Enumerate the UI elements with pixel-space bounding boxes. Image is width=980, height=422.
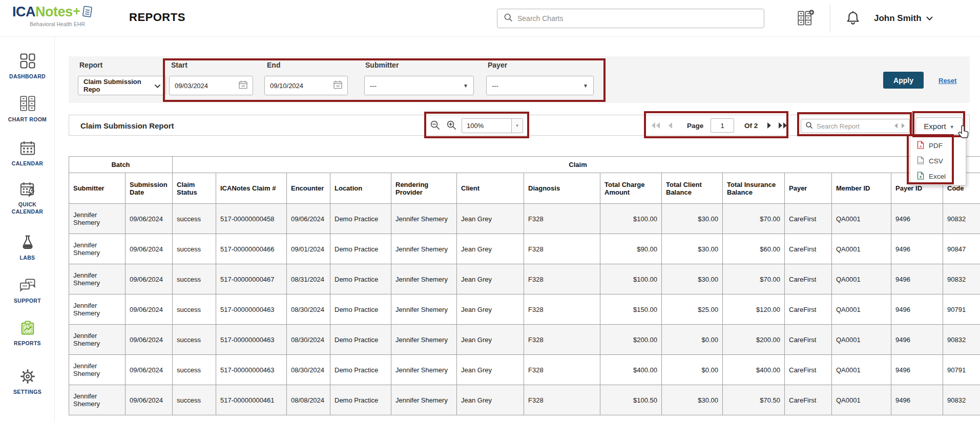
table-cell: Jean Grey — [457, 234, 524, 264]
table-cell: 517-00000000461 — [216, 385, 287, 415]
table-cell: QA0001 — [832, 234, 891, 264]
sidebar-item-calendar[interactable]: CALENDAR — [0, 140, 55, 167]
sidebar-item-quick-calendar[interactable]: QUICK CALENDAR — [0, 181, 55, 215]
table-cell: $0.00 — [662, 355, 723, 385]
search-prev-icon[interactable] — [894, 121, 898, 131]
export-menu-item-excel[interactable]: X Excel — [910, 168, 966, 184]
notifications-bell-icon[interactable] — [845, 10, 861, 28]
sidebar-label-reports: REPORTS — [0, 340, 55, 347]
table-cell: 08/30/2024 — [287, 325, 330, 355]
table-cell: Jennifer Shemery — [69, 234, 126, 264]
logo-tagline: Behavioral Health EHR — [12, 22, 94, 27]
svg-text:30: 30 — [241, 84, 245, 88]
export-menu-item-pdf[interactable]: A PDF — [910, 138, 966, 153]
calendar-picker-icon[interactable]: 30 — [333, 80, 342, 91]
svg-text:A: A — [920, 144, 922, 147]
calendar-picker-icon[interactable]: 30 — [239, 80, 247, 91]
table-cell: $30.00 — [662, 264, 723, 294]
reset-link[interactable]: Reset — [939, 77, 956, 85]
previous-page-icon[interactable] — [668, 122, 673, 131]
table-group-header-row: BatchClaim — [69, 157, 980, 173]
table-cell: $0.00 — [662, 325, 723, 355]
table-cell: 517-00000000467 — [216, 264, 287, 294]
sidebar-item-settings[interactable]: SETTINGS — [0, 369, 55, 395]
payer-select[interactable]: --- ▼ — [486, 76, 594, 95]
svg-text:30: 30 — [336, 84, 340, 88]
zoom-out-icon[interactable] — [430, 120, 441, 133]
table-cell: 517-00000000463 — [216, 355, 287, 385]
page-number-input[interactable] — [711, 118, 734, 133]
sidebar-item-labs[interactable]: LABS — [0, 235, 55, 261]
sidebar-item-chart-room[interactable]: CHART ROOM — [0, 95, 55, 123]
table-cell: success — [173, 355, 216, 385]
export-menu-item-csv[interactable]: csv CSV — [910, 153, 966, 168]
first-page-icon[interactable] — [651, 122, 660, 131]
gear-icon — [20, 377, 35, 386]
table-cell: Jennifer Shemery — [391, 294, 457, 325]
payer-select-value: --- — [492, 82, 498, 90]
table-cell: $100.50 — [600, 385, 662, 415]
dashboard-icon — [20, 61, 35, 70]
table-cell: F328 — [524, 385, 600, 415]
table-cell: $90.00 — [600, 234, 662, 264]
table-cell: Demo Practice — [330, 355, 391, 385]
export-button[interactable]: Export ▼ — [915, 117, 963, 135]
table-cell: Jennifer Shemery — [391, 385, 457, 415]
report-select[interactable]: Claim Submission Repo — [78, 76, 166, 95]
start-date-input[interactable]: 09/03/2024 30 — [169, 76, 253, 95]
table-cell: Jean Grey — [457, 294, 524, 325]
table-cell: 90832 — [943, 325, 980, 355]
table-cell: 90791 — [943, 355, 980, 385]
table-cell: $100.00 — [600, 264, 662, 294]
table-cell: Jean Grey — [457, 264, 524, 294]
table-cell: CareFirst — [785, 234, 832, 264]
search-charts-input[interactable] — [517, 14, 758, 23]
search-charts-box[interactable] — [497, 9, 764, 28]
apply-button[interactable]: Apply — [883, 72, 924, 89]
table-cell: $150.00 — [600, 294, 662, 325]
table-cell: Jennifer Shemery — [69, 325, 126, 355]
sidebar-item-reports[interactable]: REPORTS — [0, 320, 55, 347]
table-body: Jennifer Shemery09/06/2024success517-000… — [69, 204, 980, 415]
table-row: Jennifer Shemery09/06/2024success517-000… — [69, 385, 980, 415]
user-menu[interactable]: John Smith — [874, 0, 933, 37]
end-date-input[interactable]: 09/10/2024 30 — [264, 76, 348, 95]
export-menu-label-excel: Excel — [929, 173, 946, 180]
icanotes-logo: ICANotes+ Behavioral Health EHR — [12, 5, 94, 27]
column-header: Submitter — [69, 173, 126, 204]
table-cell: 09/06/2024 — [126, 234, 173, 264]
table-cell: 90832 — [943, 385, 980, 415]
last-page-icon[interactable] — [778, 122, 787, 131]
table-cell: 09/06/2024 — [126, 204, 173, 234]
submitter-select[interactable]: --- ▼ — [364, 76, 474, 95]
submitter-label: Submitter — [365, 61, 399, 69]
submitter-select-value: --- — [370, 82, 377, 90]
sidebar-label-settings: SETTINGS — [0, 388, 55, 395]
table-cell: Jennifer Shemery — [391, 264, 457, 294]
calendar-icon — [20, 149, 35, 157]
start-date-value: 09/03/2024 — [175, 82, 208, 90]
table-cell: CareFirst — [785, 204, 832, 234]
report-select-value: Claim Submission Repo — [84, 78, 155, 93]
logo-text-notes: Notes — [35, 5, 73, 19]
search-report-box[interactable] — [801, 119, 910, 133]
page-label: Page — [687, 122, 703, 130]
next-page-icon[interactable] — [767, 122, 772, 131]
sidebar: DASHBOARD CHART ROOM CALENDAR QUICK CALE… — [0, 37, 55, 422]
sidebar-item-dashboard[interactable]: DASHBOARD — [0, 53, 55, 80]
table-cell: $25.00 — [662, 294, 723, 325]
zoom-level-select[interactable]: 100% ▼ — [462, 118, 523, 133]
claim-submission-table: BatchClaim SubmitterSubmission DateClaim… — [69, 156, 980, 415]
search-report-input[interactable] — [817, 122, 890, 130]
table-cell: Jennifer Shemery — [391, 234, 457, 264]
column-header: Encounter — [287, 173, 330, 204]
chevron-down-icon — [926, 14, 933, 23]
zoom-in-icon[interactable] — [446, 120, 457, 133]
chart-cabinet-icon[interactable] — [797, 9, 815, 30]
sidebar-label-chart-room: CHART ROOM — [0, 116, 55, 123]
sidebar-item-support[interactable]: SUPPORT — [0, 278, 55, 304]
column-header: Location — [330, 173, 391, 204]
search-next-icon[interactable] — [901, 121, 905, 131]
table-cell: $200.00 — [723, 325, 785, 355]
table-cell: $200.00 — [600, 325, 662, 355]
